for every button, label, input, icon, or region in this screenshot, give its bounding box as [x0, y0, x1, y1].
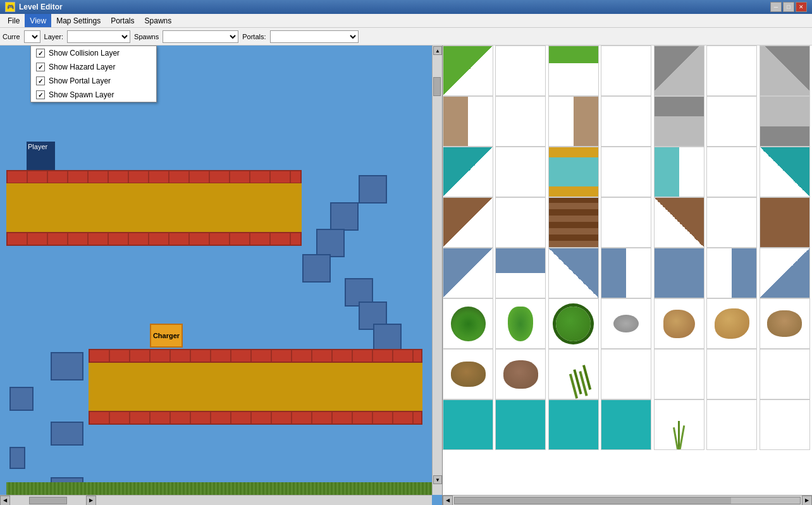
- tile-tree-3[interactable]: [548, 298, 599, 349]
- close-button[interactable]: ✕: [796, 2, 807, 12]
- canvas-hscrollbar[interactable]: ◀ ▶: [0, 495, 432, 505]
- tile-teal-row-4[interactable]: [601, 399, 651, 450]
- dropdown-item-spawn[interactable]: Show Spawn Layer: [31, 88, 156, 102]
- tile-white-10[interactable]: [495, 197, 546, 248]
- tile-rock-2[interactable]: [654, 298, 704, 349]
- tile-bluestone-5[interactable]: [706, 248, 757, 298]
- tile-teal-2[interactable]: [760, 147, 810, 197]
- menu-map-settings[interactable]: Map Settings: [51, 14, 106, 27]
- left-block-1[interactable]: [51, 352, 83, 380]
- tile-white-4[interactable]: [495, 96, 546, 147]
- current-select[interactable]: [24, 30, 40, 43]
- tile-rock-3[interactable]: [706, 298, 757, 349]
- tile-bluestone-center[interactable]: [654, 248, 704, 298]
- tile-rock-5[interactable]: [443, 349, 493, 399]
- minimize-button[interactable]: ─: [770, 2, 782, 12]
- tile-white-9[interactable]: [706, 147, 757, 197]
- bottom-platform-top[interactable]: [89, 349, 422, 363]
- tile-pool-2[interactable]: [654, 147, 704, 197]
- tile-stone-2[interactable]: [760, 46, 810, 96]
- palette-scroll-right[interactable]: ▶: [802, 496, 812, 506]
- tile-white-7[interactable]: [495, 147, 546, 197]
- tile-white-16[interactable]: [760, 349, 810, 399]
- left-block-4[interactable]: [9, 447, 25, 469]
- tile-wood-corner[interactable]: [760, 197, 810, 248]
- tile-tree-2[interactable]: [495, 298, 546, 349]
- tile-wood-1[interactable]: [443, 197, 493, 248]
- palette-scroll-left[interactable]: ◀: [443, 496, 453, 506]
- tile-white-6[interactable]: [706, 96, 757, 147]
- menu-spawns[interactable]: Spawns: [140, 14, 177, 27]
- menu-file[interactable]: File: [3, 14, 25, 27]
- tile-rock-4[interactable]: [760, 298, 810, 349]
- tile-white-2[interactable]: [601, 46, 651, 96]
- tile-tree-1[interactable]: [443, 298, 493, 349]
- hscroll-thumb[interactable]: [29, 497, 67, 504]
- tile-stone-path-1[interactable]: [654, 96, 704, 147]
- tile-path-2[interactable]: [548, 96, 599, 147]
- tile-bluestone-1[interactable]: [443, 248, 493, 298]
- tile-white-14[interactable]: [654, 349, 704, 399]
- tile-path-1[interactable]: [443, 96, 493, 147]
- stair-1[interactable]: [359, 175, 387, 204]
- tile-white-8[interactable]: [601, 147, 651, 197]
- left-block-2[interactable]: [9, 387, 34, 411]
- tile-white-17[interactable]: [706, 399, 757, 450]
- top-brick-platform[interactable]: [6, 170, 302, 184]
- tile-teal-row-1[interactable]: [443, 399, 493, 450]
- tile-white-11[interactable]: [601, 197, 651, 248]
- tile-teal-1[interactable]: [443, 147, 493, 197]
- palette-hscrollbar[interactable]: ◀ ▶: [443, 495, 812, 505]
- portals-select[interactable]: [270, 30, 359, 43]
- palette-scroll-thumb[interactable]: [455, 497, 731, 504]
- tile-teal-row-2[interactable]: [495, 399, 546, 450]
- tile-white-12[interactable]: [706, 197, 757, 248]
- spawns-select[interactable]: [163, 30, 238, 43]
- layer-select[interactable]: [67, 30, 130, 43]
- tile-stone-path-2[interactable]: [760, 96, 810, 147]
- hscroll-right[interactable]: ▶: [86, 496, 96, 506]
- dropdown-item-collision[interactable]: Show Collision Layer: [31, 46, 156, 60]
- tile-stone-1[interactable]: [654, 46, 704, 96]
- bottom-platform-bottom[interactable]: [89, 411, 422, 425]
- tile-teal-row-3[interactable]: [548, 399, 599, 450]
- dropdown-item-portal[interactable]: Show Portal Layer: [31, 74, 156, 88]
- bottom-of-top-platform[interactable]: [6, 232, 302, 246]
- tile-grass-clump-1[interactable]: [548, 349, 599, 399]
- canvas-area[interactable]: Show Collision Layer Show Hazard Layer S…: [0, 46, 443, 505]
- tile-white-18[interactable]: [760, 399, 810, 450]
- vscroll-down[interactable]: ▼: [433, 475, 442, 484]
- charger1-block[interactable]: Charger: [150, 324, 183, 348]
- maximize-button[interactable]: □: [783, 2, 794, 12]
- tile-white-5[interactable]: [601, 96, 651, 147]
- left-block-3[interactable]: [51, 422, 83, 446]
- tile-bluestone-6[interactable]: [760, 248, 810, 298]
- tile-bluestone-4[interactable]: [601, 248, 651, 298]
- stair-4[interactable]: [302, 254, 331, 283]
- tile-white-1[interactable]: [495, 46, 546, 96]
- tile-wood-2[interactable]: [548, 197, 599, 248]
- tile-rock-6[interactable]: [495, 349, 546, 399]
- dropdown-item-hazard[interactable]: Show Hazard Layer: [31, 60, 156, 74]
- stair-2[interactable]: [330, 202, 359, 231]
- tile-wood-3[interactable]: [654, 197, 704, 248]
- menu-portals[interactable]: Portals: [106, 14, 139, 27]
- tile-rock-1[interactable]: [601, 298, 651, 349]
- vscroll-thumb[interactable]: [433, 77, 441, 96]
- palette-area[interactable]: ◀ ▶: [443, 46, 812, 505]
- canvas-vscrollbar[interactable]: ▲ ▼: [432, 46, 442, 495]
- tile-pool-center[interactable]: [548, 147, 599, 197]
- hscroll-left[interactable]: ◀: [0, 496, 10, 506]
- tile-grass-path[interactable]: [548, 46, 599, 96]
- tile-grass-tl[interactable]: [443, 46, 493, 96]
- vscroll-up[interactable]: ▲: [433, 46, 442, 55]
- tile-white-15[interactable]: [706, 349, 757, 399]
- menu-view[interactable]: View: [25, 14, 51, 27]
- tile-bluestone-3[interactable]: [548, 248, 599, 298]
- stair-7[interactable]: [373, 324, 402, 352]
- tile-bluestone-2[interactable]: [495, 248, 546, 298]
- tile-white-3[interactable]: [706, 46, 757, 96]
- tile-grass-clump-2[interactable]: [654, 399, 704, 450]
- stair-3[interactable]: [316, 229, 345, 257]
- tile-white-13[interactable]: [601, 349, 651, 399]
